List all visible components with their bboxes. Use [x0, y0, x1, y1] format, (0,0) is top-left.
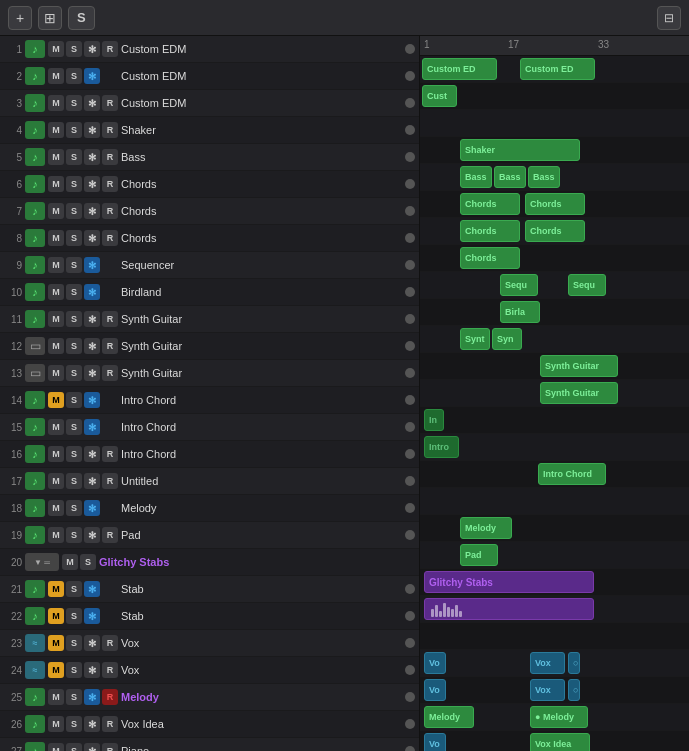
mute-button[interactable]: M	[48, 338, 64, 354]
solo-button[interactable]: S	[66, 716, 82, 732]
solo-button[interactable]: S	[66, 68, 82, 84]
track-row[interactable]: 18♪MS✻Melody	[0, 495, 419, 522]
clip[interactable]: Glitchy Stabs	[424, 571, 594, 593]
freeze-button[interactable]: ✻	[84, 122, 100, 138]
freeze-button[interactable]: ✻	[84, 392, 100, 408]
mute-button[interactable]: M	[48, 284, 64, 300]
freeze-button[interactable]: ✻	[84, 689, 100, 705]
clip[interactable]: Vo	[424, 652, 446, 674]
mute-button[interactable]: M	[48, 122, 64, 138]
clip[interactable]: Chords	[525, 193, 585, 215]
clip[interactable]: Bass	[460, 166, 492, 188]
solo-button[interactable]: S	[66, 203, 82, 219]
record-button[interactable]: R	[102, 689, 118, 705]
mute-button[interactable]: M	[48, 473, 64, 489]
solo-button[interactable]: S	[66, 419, 82, 435]
clip[interactable]: Vox	[530, 679, 565, 701]
track-row[interactable]: 17♪MS✻RUntitled	[0, 468, 419, 495]
solo-button[interactable]: S	[66, 473, 82, 489]
solo-button[interactable]: S	[66, 743, 82, 751]
record-button[interactable]: R	[102, 176, 118, 192]
track-row[interactable]: 4♪MS✻RShaker	[0, 117, 419, 144]
freeze-button[interactable]: ✻	[84, 95, 100, 111]
freeze-button[interactable]: ✻	[84, 365, 100, 381]
record-button[interactable]: R	[102, 230, 118, 246]
track-row[interactable]: 24≈MS✻RVox	[0, 657, 419, 684]
freeze-button[interactable]: ✻	[84, 635, 100, 651]
freeze-button[interactable]: ✻	[84, 230, 100, 246]
record-button[interactable]: R	[102, 311, 118, 327]
mute-button[interactable]: M	[48, 149, 64, 165]
clip[interactable]: Vox	[530, 652, 565, 674]
record-button[interactable]: R	[102, 527, 118, 543]
freeze-button[interactable]: ✻	[84, 662, 100, 678]
clip[interactable]: Melody	[424, 706, 474, 728]
freeze-button[interactable]: ✻	[84, 419, 100, 435]
freeze-button[interactable]: ✻	[84, 284, 100, 300]
freeze-button[interactable]: ✻	[84, 446, 100, 462]
solo-button[interactable]: S	[66, 608, 82, 624]
track-row[interactable]: 16♪MS✻RIntro Chord	[0, 441, 419, 468]
clip[interactable]: Sequ	[500, 274, 538, 296]
mute-button[interactable]: M	[48, 581, 64, 597]
clip[interactable]: Chords	[460, 247, 520, 269]
track-row[interactable]: 21♪MS✻Stab	[0, 576, 419, 603]
clip[interactable]: Synth Guitar	[540, 355, 618, 377]
solo-button[interactable]: S	[66, 365, 82, 381]
solo-button[interactable]: S	[66, 311, 82, 327]
record-button[interactable]: R	[102, 149, 118, 165]
track-row[interactable]: 10♪MS✻Birdland	[0, 279, 419, 306]
track-row[interactable]: 9♪MS✻Sequencer	[0, 252, 419, 279]
track-row[interactable]: 14♪MS✻Intro Chord	[0, 387, 419, 414]
track-row[interactable]: 13▭MS✻RSynth Guitar	[0, 360, 419, 387]
freeze-button[interactable]: ✻	[84, 500, 100, 516]
track-row[interactable]: 15♪MS✻Intro Chord	[0, 414, 419, 441]
mute-button[interactable]: M	[48, 527, 64, 543]
clip[interactable]: Custom ED	[520, 58, 595, 80]
freeze-button[interactable]: ✻	[84, 41, 100, 57]
clip[interactable]: Custom ED	[422, 58, 497, 80]
mute-button[interactable]: M	[62, 554, 78, 570]
mute-button[interactable]: M	[48, 500, 64, 516]
mute-button[interactable]: M	[48, 311, 64, 327]
record-button[interactable]: R	[102, 446, 118, 462]
clip[interactable]: Shaker	[460, 139, 580, 161]
mute-button[interactable]: M	[48, 635, 64, 651]
clip[interactable]	[424, 598, 594, 620]
solo-button[interactable]: S	[66, 95, 82, 111]
group-button[interactable]: ⊞	[38, 6, 62, 30]
record-button[interactable]: R	[102, 122, 118, 138]
mute-button[interactable]: M	[48, 662, 64, 678]
solo-button[interactable]: S	[66, 230, 82, 246]
clip[interactable]: Chords	[525, 220, 585, 242]
clip[interactable]: Intro	[424, 436, 459, 458]
track-row[interactable]: 5♪MS✻RBass	[0, 144, 419, 171]
solo-button[interactable]: S	[66, 527, 82, 543]
solo-button[interactable]: S	[66, 122, 82, 138]
clip[interactable]: Cust	[422, 85, 457, 107]
track-row[interactable]: 20▼ ═MSGlitchy Stabs	[0, 549, 419, 576]
collapse-button[interactable]: ⊟	[657, 6, 681, 30]
freeze-button[interactable]: ✻	[84, 311, 100, 327]
freeze-button[interactable]: ✻	[84, 68, 100, 84]
mute-button[interactable]: M	[48, 257, 64, 273]
record-button[interactable]: R	[102, 203, 118, 219]
freeze-button[interactable]: ✻	[84, 176, 100, 192]
freeze-button[interactable]: ✻	[84, 608, 100, 624]
record-button[interactable]: R	[102, 635, 118, 651]
track-row[interactable]: 8♪MS✻RChords	[0, 225, 419, 252]
clip[interactable]: Syn	[492, 328, 522, 350]
solo-button[interactable]: S	[66, 500, 82, 516]
mute-button[interactable]: M	[48, 95, 64, 111]
mute-button[interactable]: M	[48, 689, 64, 705]
clip[interactable]: Vox Idea	[530, 733, 590, 751]
mute-button[interactable]: M	[48, 68, 64, 84]
record-button[interactable]: R	[102, 41, 118, 57]
solo-button[interactable]: S	[66, 392, 82, 408]
track-row[interactable]: 25♪MS✻RMelody	[0, 684, 419, 711]
track-row[interactable]: 22♪MS✻Stab	[0, 603, 419, 630]
track-row[interactable]: 19♪MS✻RPad	[0, 522, 419, 549]
mute-button[interactable]: M	[48, 446, 64, 462]
record-button[interactable]: R	[102, 338, 118, 354]
track-row[interactable]: 27♪MS✻RPiano	[0, 738, 419, 751]
